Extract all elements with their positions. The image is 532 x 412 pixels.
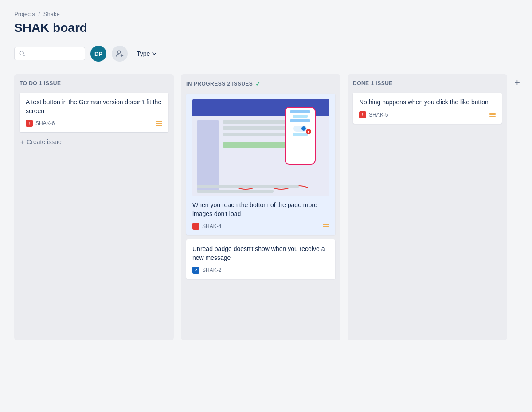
phone-toggle xyxy=(293,126,307,132)
card-id-shak5: SHAK-5 xyxy=(359,111,388,118)
card-shak5[interactable]: Nothing happens when you click the like … xyxy=(353,93,502,124)
issue-id-label-shak4: SHAK-4 xyxy=(202,223,221,229)
bug-icon-shak5 xyxy=(359,111,366,118)
column-todo: TO DO 1 ISSUE A text button in the Germa… xyxy=(14,74,174,340)
priority-icon-shak6[interactable] xyxy=(156,121,162,126)
issue-id-label-shak6: SHAK-6 xyxy=(35,120,55,126)
column-title-inprogress: IN PROGRESS 2 ISSUES xyxy=(186,81,253,87)
breadcrumb-separator: / xyxy=(39,11,40,17)
column-inprogress: IN PROGRESS 2 ISSUES ✓ xyxy=(181,74,340,340)
bottom-line-1 xyxy=(197,185,299,188)
card-footer-shak2: SHAK-2 xyxy=(192,267,329,274)
issue-id-label-shak5: SHAK-5 xyxy=(369,112,388,118)
phone-line-1 xyxy=(290,110,310,113)
card-title-shak2: Unread badge doesn't show when you recei… xyxy=(192,245,329,262)
create-issue-label: Create issue xyxy=(27,138,62,145)
priority-icon-shak5[interactable] xyxy=(489,113,496,117)
svg-point-2 xyxy=(117,51,121,54)
card-title-shak6: A text button in the German version does… xyxy=(26,98,162,115)
column-header-inprogress: IN PROGRESS 2 ISSUES ✓ xyxy=(186,80,335,87)
content-line-3 xyxy=(223,133,289,136)
card-shak4[interactable]: ▼ When you reach the bottom of the page … xyxy=(186,94,335,235)
phone-line-2 xyxy=(293,115,308,118)
page-wrapper: Projects / Shake SHAK board DP Type xyxy=(0,0,532,351)
issue-id-label-shak2: SHAK-2 xyxy=(202,267,221,273)
card-shak2[interactable]: Unread badge doesn't show when you recei… xyxy=(186,239,335,279)
add-member-button[interactable] xyxy=(112,46,128,62)
column-done: DONE 1 ISSUE Nothing happens when you cl… xyxy=(348,74,507,340)
phone-line-4 xyxy=(293,133,308,136)
column-title-todo: TO DO 1 ISSUE xyxy=(20,80,61,86)
toolbar: DP Type xyxy=(14,46,518,62)
page-title: SHAK board xyxy=(14,21,518,35)
card-title-shak5: Nothing happens when you click the like … xyxy=(359,98,496,107)
card-shak6[interactable]: A text button in the German version does… xyxy=(20,93,168,132)
search-box[interactable] xyxy=(14,47,85,60)
phone-indicator: ▼ xyxy=(306,129,311,134)
search-icon xyxy=(19,51,25,57)
card-id-shak6: SHAK-6 xyxy=(26,120,55,127)
check-icon-inprogress: ✓ xyxy=(255,80,261,87)
card-id-shak2: SHAK-2 xyxy=(192,267,221,274)
img-sidebar xyxy=(197,120,219,192)
search-input[interactable] xyxy=(28,50,80,57)
img-phone xyxy=(285,107,316,165)
bug-icon-shak4 xyxy=(192,223,200,230)
card-footer-shak5: SHAK-5 xyxy=(359,111,496,118)
task-icon-shak2 xyxy=(192,267,200,274)
card-footer-shak4: SHAK-4 xyxy=(192,223,329,230)
plus-icon: + xyxy=(20,138,24,145)
breadcrumb: Projects / Shake xyxy=(14,11,518,17)
svg-line-1 xyxy=(23,55,24,56)
breadcrumb-projects[interactable]: Projects xyxy=(14,11,35,17)
content-line-green xyxy=(223,142,294,148)
bug-icon-shak6 xyxy=(26,120,33,127)
column-header-todo: TO DO 1 ISSUE xyxy=(20,80,168,86)
card-title-shak4: When you reach the bottom of the page mo… xyxy=(192,201,329,218)
column-title-done: DONE 1 ISSUE xyxy=(353,80,393,86)
avatar-dp[interactable]: DP xyxy=(90,46,106,62)
type-filter-label: Type xyxy=(137,50,150,57)
card-image-shak4: ▼ xyxy=(192,99,329,196)
person-add-icon xyxy=(115,49,124,58)
chevron-down-icon xyxy=(152,51,157,56)
phone-line-3 xyxy=(290,119,310,122)
column-header-done: DONE 1 ISSUE xyxy=(353,80,502,86)
img-bottom-lines xyxy=(197,185,325,196)
add-column-button[interactable]: + xyxy=(514,75,520,91)
type-filter[interactable]: Type xyxy=(133,47,160,60)
priority-icon-shak4[interactable] xyxy=(323,224,329,228)
board: TO DO 1 ISSUE A text button in the Germa… xyxy=(14,74,518,340)
card-footer-shak6: SHAK-6 xyxy=(26,120,162,127)
create-issue-button[interactable]: + Create issue xyxy=(20,137,168,147)
card-id-shak4: SHAK-4 xyxy=(192,223,221,230)
breadcrumb-project[interactable]: Shake xyxy=(43,11,60,17)
bottom-line-2 xyxy=(197,190,274,193)
